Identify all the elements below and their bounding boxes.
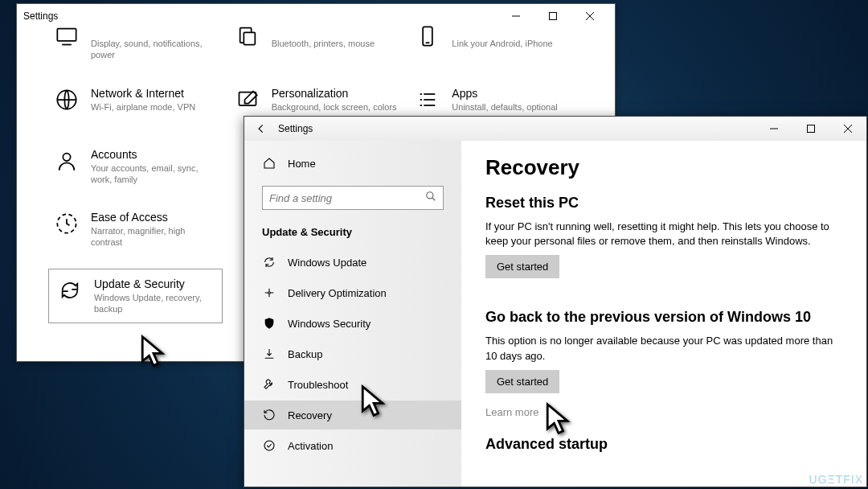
search-input[interactable] <box>269 192 403 204</box>
tile-desc: Narrator, magnifier, high contrast <box>91 225 217 249</box>
delivery-icon <box>262 286 276 300</box>
reset-pc-section: Reset this PC If your PC isn't running w… <box>485 195 842 291</box>
sync-icon <box>262 255 276 269</box>
section-heading: Reset this PC <box>485 195 842 212</box>
watermark: UGΞTFIX <box>809 473 863 486</box>
svg-rect-7 <box>244 32 255 44</box>
tile-label: Accounts <box>91 148 217 161</box>
svg-rect-4 <box>57 29 76 41</box>
settings-recovery-window: Settings Home Update & Security <box>244 116 867 487</box>
shield-icon <box>262 316 276 331</box>
sidebar-item-label: Delivery Optimization <box>288 287 387 299</box>
tile-update-security[interactable]: Update & Security Windows Update, recove… <box>49 269 222 323</box>
maximize-button[interactable] <box>792 117 829 141</box>
recovery-icon <box>262 408 276 422</box>
tile-label: Personalization <box>272 87 397 100</box>
tile-ease-of-access[interactable]: Ease of Access Narrator, magnifier, high… <box>49 206 222 253</box>
sidebar-item-label: Troubleshoot <box>288 379 348 391</box>
section-body: If your PC isn't running well, resetting… <box>485 220 842 249</box>
minimize-button[interactable] <box>755 117 792 141</box>
phone-icon <box>415 23 440 49</box>
tile-desc: Display, sound, notifications, power <box>91 38 217 61</box>
sidebar-item-label: Backup <box>288 348 322 360</box>
tile-label: Ease of Access <box>91 211 217 224</box>
tile-network[interactable]: Network & Internet Wi-Fi, airplane mode,… <box>49 82 222 127</box>
sidebar-item-label: Activation <box>288 440 333 452</box>
tile-accounts[interactable]: Accounts Your accounts, email, sync, wor… <box>49 143 222 191</box>
tile-desc: Your accounts, email, sync, work, family <box>91 162 217 186</box>
tile-label: Apps <box>452 87 557 100</box>
tile-label: Update & Security <box>94 277 214 290</box>
go-back-section: Go back to the previous version of Windo… <box>485 309 842 417</box>
system-icon <box>54 23 80 49</box>
svg-line-25 <box>432 198 436 201</box>
tile-desc: Uninstall, defaults, optional <box>452 101 557 113</box>
window-controls <box>755 117 866 141</box>
sidebar-search[interactable] <box>262 186 444 210</box>
tile-label: Network & Internet <box>91 87 195 100</box>
tile-desc: Link your Android, iPhone <box>452 38 552 49</box>
tile-system[interactable]: System Display, sound, notifications, po… <box>49 18 222 66</box>
sidebar-recovery[interactable]: Recovery <box>244 401 461 429</box>
ease-of-access-icon <box>54 211 80 236</box>
sidebar-backup[interactable]: Backup <box>244 339 461 368</box>
svg-point-26 <box>268 292 271 294</box>
sidebar-item-label: Windows Update <box>288 257 366 269</box>
search-icon <box>425 191 436 205</box>
activation-icon <box>262 438 276 453</box>
svg-rect-21 <box>808 125 815 133</box>
section-heading: Go back to the previous version of Windo… <box>485 309 842 326</box>
personalization-icon <box>235 87 260 113</box>
troubleshoot-icon <box>262 377 276 392</box>
sidebar-item-label: Home <box>288 158 316 170</box>
tile-desc: Wi-Fi, airplane mode, VPN <box>91 101 195 113</box>
sidebar-heading: Update & Security <box>244 220 461 246</box>
sidebar-windows-security[interactable]: Windows Security <box>244 309 461 338</box>
sidebar-troubleshoot[interactable]: Troubleshoot <box>244 370 461 399</box>
sidebar-delivery-optimization[interactable]: Delivery Optimization <box>244 278 461 307</box>
tile-desc: Background, lock screen, colors <box>272 101 397 113</box>
svg-point-24 <box>427 192 433 199</box>
learn-more-link[interactable]: Learn more <box>485 406 842 418</box>
back-button[interactable] <box>252 123 270 134</box>
section-heading: Advanced startup <box>485 436 842 453</box>
home-icon <box>262 156 276 171</box>
sidebar-home[interactable]: Home <box>244 149 461 178</box>
accounts-icon <box>54 148 80 174</box>
tile-devices[interactable]: Devices Bluetooth, printers, mouse <box>230 18 403 66</box>
reset-get-started-button[interactable]: Get started <box>485 255 559 278</box>
sidebar-activation[interactable]: Activation <box>244 431 461 460</box>
sidebar-windows-update[interactable]: Windows Update <box>244 248 461 277</box>
tile-desc: Windows Update, recovery, backup <box>94 292 214 315</box>
network-icon <box>54 87 80 113</box>
close-button[interactable] <box>829 117 866 141</box>
svg-point-27 <box>264 441 274 450</box>
sidebar-item-label: Recovery <box>288 409 332 421</box>
titlebar: Settings <box>244 117 866 141</box>
devices-icon <box>235 23 260 49</box>
tile-phone[interactable]: Phone Link your Android, iPhone <box>410 18 583 66</box>
goback-get-started-button[interactable]: Get started <box>485 370 559 393</box>
svg-point-18 <box>63 153 70 160</box>
apps-icon <box>415 87 440 113</box>
section-body: This option is no longer available becau… <box>485 334 842 363</box>
advanced-startup-section: Advanced startup <box>485 436 842 453</box>
page-title: Recovery <box>485 155 842 180</box>
sidebar-item-label: Windows Security <box>288 318 371 330</box>
window-title: Settings <box>270 123 755 134</box>
main-content: Recovery Reset this PC If your PC isn't … <box>461 141 866 487</box>
update-security-icon <box>57 277 83 303</box>
backup-icon <box>262 347 276 361</box>
sidebar: Home Update & Security Windows Update De… <box>244 141 461 487</box>
tile-desc: Bluetooth, printers, mouse <box>272 38 375 49</box>
